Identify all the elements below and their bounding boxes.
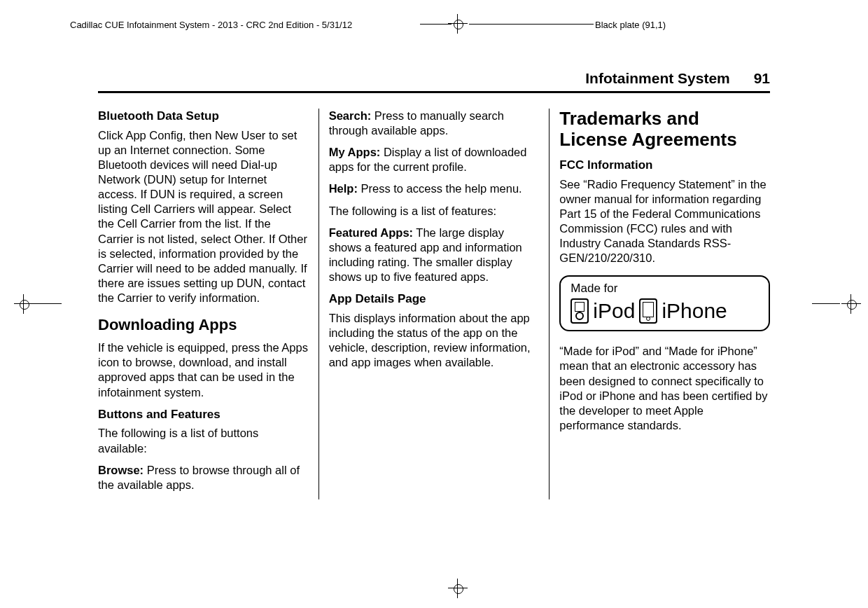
column-1: Bluetooth Data Setup Click App Config, t… — [98, 109, 318, 499]
column-3: Trademarks and License Agreements FCC In… — [549, 109, 770, 499]
iphone-text: iPhone — [662, 298, 727, 324]
register-mark-top — [448, 14, 468, 36]
para-downloading: If the vehicle is equipped, press the Ap… — [98, 340, 309, 399]
register-mark-right — [841, 294, 861, 317]
item-help: Help: Press to access the help menu. — [329, 181, 540, 196]
meta-rule — [469, 24, 594, 25]
term-featured: Featured Apps: — [329, 226, 413, 239]
made-for-row: iPod iPhone — [570, 298, 759, 324]
iphone-icon — [639, 298, 657, 324]
features-intro: The following is a list of features: — [329, 204, 540, 219]
black-plate-label: Black plate (91,1) — [595, 20, 666, 30]
columns: Bluetooth Data Setup Click App Config, t… — [98, 109, 770, 499]
term-browse: Browse: — [98, 464, 144, 476]
made-for-ipod: iPod — [570, 298, 635, 324]
item-search: Search: Press to manually search through… — [329, 109, 540, 138]
heading-trademarks: Trademarks and License Agreements — [559, 109, 770, 151]
ipod-text: iPod — [593, 298, 635, 324]
heading-fcc: FCC Information — [559, 158, 770, 173]
doc-title: Cadillac CUE Infotainment System - 2013 … — [70, 20, 352, 30]
made-for-badge: Made for iPod iPhone — [559, 275, 770, 331]
para-buttons-intro: The following is a list of buttons avail… — [98, 426, 309, 455]
section-title: Infotainment System — [585, 70, 730, 86]
ipod-icon — [570, 298, 589, 324]
heading-bluetooth: Bluetooth Data Setup — [98, 109, 309, 124]
register-mark-bottom — [448, 579, 468, 601]
heading-appdetails: App Details Page — [329, 291, 540, 307]
heading-downloading: Downloading Apps — [98, 315, 309, 335]
running-head: Infotainment System 91 — [98, 70, 770, 93]
page-number: 91 — [754, 70, 770, 87]
item-browse: Browse: Press to browse through all of t… — [98, 463, 309, 492]
term-search: Search: — [329, 109, 372, 122]
made-for-label: Made for — [570, 281, 759, 296]
para-bluetooth: Click App Config, then New User to set u… — [98, 128, 309, 305]
register-mark-left — [14, 294, 34, 317]
para-fcc: See “Radio Frequency Statement” in the o… — [559, 177, 770, 266]
side-tick — [34, 303, 62, 304]
crop-meta-row: Cadillac CUE Infotainment System - 2013 … — [70, 20, 798, 30]
made-for-iphone: iPhone — [639, 298, 727, 324]
para-madefor: “Made for iPod” and “Made for iPhone” me… — [559, 344, 770, 433]
page-body: Infotainment System 91 Bluetooth Data Se… — [98, 70, 770, 499]
body-help: Press to access the help menu. — [358, 182, 522, 195]
item-myapps: My Apps: Display a list of downloaded ap… — [329, 145, 540, 174]
column-2: Search: Press to manually search through… — [318, 109, 550, 499]
term-help: Help: — [329, 182, 358, 195]
para-appdetails: This displays information about the app … — [329, 311, 540, 370]
side-tick — [812, 303, 840, 304]
meta-rule — [420, 24, 451, 25]
item-featured: Featured Apps: The large display shows a… — [329, 226, 540, 284]
term-myapps: My Apps: — [329, 146, 381, 158]
heading-buttons: Buttons and Features — [98, 407, 309, 422]
